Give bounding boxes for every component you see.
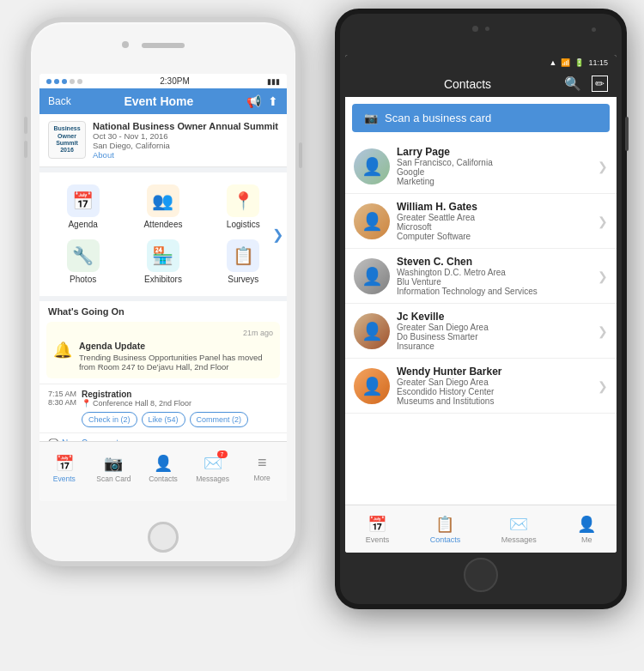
android-side-button bbox=[625, 117, 629, 151]
android-home-button[interactable] bbox=[464, 558, 498, 592]
contact-item-larry[interactable]: 👤 Larry Page San Francisco, California G… bbox=[345, 139, 617, 194]
contact-avatar-bill: 👤 bbox=[354, 203, 390, 239]
exhibitors-icon: 🏪 bbox=[147, 239, 179, 272]
registration-item: 7:15 AM 8:30 AM Registration 📍 Conferenc… bbox=[39, 384, 287, 432]
attendees-icon-item[interactable]: 👥 Attendees bbox=[123, 179, 203, 234]
contacts-tab-icon: 👤 bbox=[154, 454, 173, 473]
android-status-bar: ▲ 📶 🔋 11:15 bbox=[345, 55, 617, 70]
android-battery-icon: 🔋 bbox=[574, 58, 584, 67]
agenda-text: Agenda Update Trending Business Opportun… bbox=[79, 341, 273, 372]
contact-list: 👤 Larry Page San Francisco, California G… bbox=[345, 139, 617, 414]
android-camera-lens bbox=[472, 26, 478, 32]
contacts-tab-label: Contacts bbox=[149, 475, 178, 483]
android-camera-area bbox=[472, 26, 489, 32]
contact-avatar-steven: 👤 bbox=[354, 258, 390, 294]
attendees-label: Attendees bbox=[143, 220, 182, 229]
contact-industry-bill: Computer Software bbox=[397, 232, 591, 241]
ios-home-button[interactable] bbox=[148, 522, 179, 553]
attendees-icon: 👥 bbox=[147, 184, 179, 217]
android-tab-messages[interactable]: ✉️ Messages bbox=[501, 515, 537, 544]
exhibitors-label: Exhibitors bbox=[144, 275, 182, 284]
scan-button-label: Scan a business card bbox=[385, 112, 491, 124]
whats-going-on-section: What's Going On 21m ago 🔔 Agenda Update … bbox=[39, 301, 287, 462]
logistics-icon: 📍 bbox=[227, 184, 259, 217]
contact-item-bill[interactable]: 👤 William H. Gates Greater Seattle Area … bbox=[345, 194, 617, 249]
android-wifi-icon: 📶 bbox=[561, 58, 570, 67]
event-info: National Business Owner Annual Summit Oc… bbox=[93, 121, 278, 160]
android-tab-events[interactable]: 📅 Events bbox=[366, 515, 390, 544]
android-tab-me[interactable]: 👤 Me bbox=[577, 515, 596, 544]
check-in-button[interactable]: Check in (2) bbox=[82, 412, 137, 427]
tab-messages[interactable]: ✉️7 Messages bbox=[191, 454, 235, 483]
scan-card-tab-label: Scan Card bbox=[96, 475, 131, 483]
back-button[interactable]: Back bbox=[48, 95, 71, 107]
android-events-icon: 📅 bbox=[368, 515, 386, 534]
contact-company-steven: Blu Venture bbox=[397, 277, 591, 287]
android-tab-contacts[interactable]: 📋 Contacts bbox=[430, 515, 461, 544]
more-tab-icon: ≡ bbox=[258, 454, 267, 472]
ios-status-bar: 2:30PM ▮▮▮ bbox=[39, 74, 287, 88]
contact-chevron-bill: ❯ bbox=[598, 215, 608, 228]
logistics-icon-item[interactable]: 📍 Logistics bbox=[204, 179, 283, 234]
section-title: What's Going On bbox=[39, 301, 287, 322]
android-screen: ▲ 📶 🔋 11:15 Contacts 🔍 ✏ 📷 Scan a busine… bbox=[345, 55, 617, 553]
event-dates: Oct 30 - Nov 1, 2016 bbox=[93, 131, 278, 141]
share-icon[interactable]: ⬆ bbox=[268, 94, 278, 108]
signal-dots bbox=[46, 79, 82, 84]
reg-time-start: 7:15 AM bbox=[48, 390, 76, 398]
android-search-icon[interactable]: 🔍 bbox=[564, 76, 581, 92]
android-me-label: Me bbox=[581, 535, 592, 544]
android-header: Contacts 🔍 ✏ bbox=[345, 70, 617, 97]
android-time: 11:15 bbox=[588, 58, 608, 67]
contact-name-larry: Larry Page bbox=[397, 146, 591, 158]
android-sensor bbox=[485, 27, 489, 31]
contact-chevron-steven: ❯ bbox=[598, 269, 608, 283]
photos-icon: 🔧 bbox=[67, 239, 100, 272]
tab-more[interactable]: ≡ More bbox=[240, 454, 284, 482]
contact-location-wendy: Greater San Diego Area bbox=[397, 378, 591, 387]
contact-company-jc: Do Business Smarter bbox=[397, 332, 591, 342]
grid-chevron-icon: ❯ bbox=[272, 227, 283, 243]
event-about-link[interactable]: About bbox=[93, 150, 278, 160]
contact-name-steven: Steven C. Chen bbox=[397, 256, 591, 268]
contact-item-jc[interactable]: 👤 Jc Keville Greater San Diego Area Do B… bbox=[345, 304, 617, 359]
android-me-icon: 👤 bbox=[577, 515, 596, 534]
reg-name: Registration bbox=[82, 390, 278, 399]
contact-item-wendy[interactable]: 👤 Wendy Hunter Barker Greater San Diego … bbox=[345, 359, 617, 414]
reg-location: 📍 Conference Hall 8, 2nd Floor bbox=[82, 399, 278, 408]
android-header-icons: 🔍 ✏ bbox=[564, 76, 608, 92]
ios-side-button bbox=[299, 142, 302, 168]
contact-chevron-jc: ❯ bbox=[598, 324, 608, 338]
agenda-time-ago: 21m ago bbox=[53, 329, 273, 337]
agenda-update-item: 21m ago 🔔 Agenda Update Trending Busines… bbox=[46, 322, 280, 378]
messages-tab-label: Messages bbox=[196, 475, 229, 483]
agenda-icon-item[interactable]: 📅 Agenda bbox=[43, 179, 123, 234]
contact-item-steven[interactable]: 👤 Steven C. Chen Washington D.C. Metro A… bbox=[345, 249, 617, 304]
comment-button[interactable]: Comment (2) bbox=[190, 412, 249, 427]
events-tab-label: Events bbox=[53, 475, 76, 483]
tab-events[interactable]: 📅 Events bbox=[42, 454, 87, 483]
android-contacts-label: Contacts bbox=[430, 535, 461, 544]
ios-volume-button-1 bbox=[24, 117, 27, 134]
android-speaker bbox=[592, 27, 596, 32]
surveys-icon-item[interactable]: 📋 Surveys bbox=[204, 234, 283, 289]
scan-business-card-button[interactable]: 📷 Scan a business card bbox=[352, 104, 610, 132]
agenda-update-title: Agenda Update bbox=[79, 341, 273, 351]
android-tab-bar: 📅 Events 📋 Contacts ✉️ Messages 👤 Me bbox=[345, 505, 617, 553]
android-edit-icon[interactable]: ✏ bbox=[592, 76, 608, 92]
contact-company-wendy: Escondido History Center bbox=[397, 387, 591, 396]
android-header-title: Contacts bbox=[444, 77, 491, 91]
ios-screen: 2:30PM ▮▮▮ Back Event Home 📢 ⬆ BusinessO… bbox=[39, 74, 287, 501]
like-button[interactable]: Like (54) bbox=[142, 412, 185, 427]
contact-industry-larry: Marketing bbox=[397, 177, 591, 186]
tab-contacts[interactable]: 👤 Contacts bbox=[141, 454, 185, 483]
contact-location-bill: Greater Seattle Area bbox=[397, 213, 591, 222]
contact-industry-jc: Insurance bbox=[397, 342, 591, 351]
photos-icon-item[interactable]: 🔧 Photos bbox=[43, 234, 123, 289]
contact-chevron-larry: ❯ bbox=[598, 160, 608, 173]
reg-action-buttons: Check in (2) Like (54) Comment (2) bbox=[82, 412, 278, 427]
contact-name-bill: William H. Gates bbox=[397, 201, 591, 213]
exhibitors-icon-item[interactable]: 🏪 Exhibitors bbox=[123, 234, 203, 289]
tab-scan-card[interactable]: 📷 Scan Card bbox=[91, 454, 136, 483]
nav-title: Event Home bbox=[124, 94, 193, 108]
